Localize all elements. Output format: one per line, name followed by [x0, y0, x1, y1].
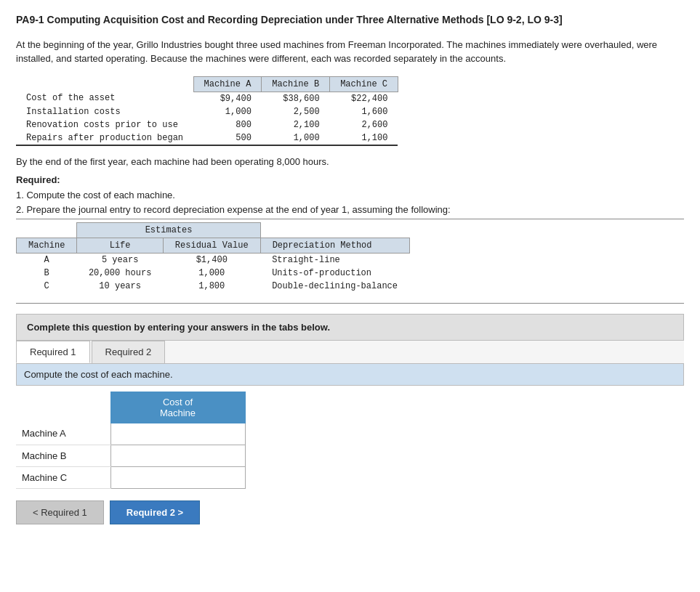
table-row: Installation costs 1,000 2,500 1,600 — [16, 105, 398, 118]
col-header-machine-c: Machine C — [330, 76, 398, 92]
next-button[interactable]: Required 2 > — [110, 500, 200, 524]
row-2-b: 2,100 — [262, 118, 330, 131]
estimates-group-header: Estimates — [77, 222, 260, 238]
row-1-a: 1,000 — [193, 105, 262, 118]
row-label-1: Installation costs — [16, 105, 193, 118]
col-header-machine-a: Machine A — [193, 76, 262, 92]
answer-label-0: Machine A — [16, 423, 110, 445]
machine-c-input[interactable] — [114, 471, 242, 484]
answer-col-header: Cost of Machine — [110, 392, 245, 423]
row-1-b: 2,500 — [262, 105, 330, 118]
table-empty-header — [16, 76, 193, 92]
answer-row-header-empty — [16, 392, 110, 423]
machine-a-input[interactable] — [114, 427, 242, 441]
table-row: Repairs after production began 500 1,000… — [16, 131, 398, 145]
row-label-0: Cost of the asset — [16, 92, 193, 105]
est-machine-2: C — [17, 280, 77, 293]
answer-cell-1[interactable] — [110, 445, 245, 466]
required-label: Required: — [16, 174, 684, 185]
est-life-2: 10 years — [77, 280, 163, 293]
empty-th2 — [260, 222, 409, 238]
item-1: 1. Compute the cost of each machine. — [16, 190, 684, 200]
estimates-table: Estimates Machine Life Residual Value De… — [16, 222, 410, 293]
col-life: Life — [77, 238, 163, 253]
col-residual: Residual Value — [163, 238, 260, 253]
page-title: PA9-1 Computing Acquisition Cost and Rec… — [16, 13, 684, 28]
answer-label-1: Machine B — [16, 445, 110, 466]
estimates-group-row: Estimates — [17, 222, 410, 238]
row-3-b: 1,000 — [262, 131, 330, 145]
table-row: Renovation costs prior to use 800 2,100 … — [16, 118, 398, 131]
estimates-row-0: A 5 years $1,400 Straight-line — [17, 253, 410, 267]
prev-button[interactable]: < Required 1 — [16, 500, 104, 524]
answer-table: Cost of Machine Machine A Machine B Mach… — [16, 392, 246, 489]
est-life-1: 20,000 hours — [77, 267, 163, 280]
nav-buttons: < Required 1 Required 2 > — [16, 500, 684, 524]
row-3-a: 500 — [193, 131, 262, 145]
answer-label-2: Machine C — [16, 466, 110, 488]
est-method-0: Straight-line — [260, 253, 409, 267]
row-3-c: 1,100 — [330, 131, 398, 145]
estimates-col-headers: Machine Life Residual Value Depreciation… — [17, 238, 410, 253]
answer-table-header-row: Cost of Machine — [16, 392, 245, 423]
row-1-c: 1,600 — [330, 105, 398, 118]
machine-cost-table: Machine A Machine B Machine C Cost of th… — [16, 76, 398, 146]
answer-row-0: Machine A — [16, 423, 245, 445]
row-2-a: 800 — [193, 118, 262, 131]
row-0-c: $22,400 — [330, 92, 398, 105]
answer-cell-0[interactable] — [110, 423, 245, 445]
operating-note: By the end of the first year, each machi… — [16, 156, 684, 167]
est-machine-0: A — [17, 253, 77, 267]
row-0-a: $9,400 — [193, 92, 262, 105]
estimates-container: Estimates Machine Life Residual Value De… — [16, 219, 684, 304]
tab-required-2[interactable]: Required 2 — [92, 341, 166, 363]
col-method: Depreciation Method — [260, 238, 409, 253]
estimates-row-1: B 20,000 hours 1,000 Units-of-production — [17, 267, 410, 280]
col-header-machine-b: Machine B — [262, 76, 330, 92]
item-2: 2. Prepare the journal entry to record d… — [16, 204, 684, 215]
empty-th — [17, 222, 77, 238]
answer-row-1: Machine B — [16, 445, 245, 466]
row-0-b: $38,600 — [262, 92, 330, 105]
est-method-1: Units-of-production — [260, 267, 409, 280]
machine-b-input[interactable] — [114, 449, 242, 463]
complete-banner: Complete this question by entering your … — [16, 314, 684, 341]
row-2-c: 2,600 — [330, 118, 398, 131]
col-machine: Machine — [17, 238, 77, 253]
answer-cell-2[interactable] — [110, 466, 245, 488]
est-residual-1: 1,000 — [163, 267, 260, 280]
estimates-row-2: C 10 years 1,800 Double-declining-balanc… — [17, 280, 410, 293]
est-residual-2: 1,800 — [163, 280, 260, 293]
intro-text: At the beginning of the year, Grillo Ind… — [16, 38, 684, 66]
est-machine-1: B — [17, 267, 77, 280]
est-method-2: Double-declining-balance — [260, 280, 409, 293]
est-life-0: 5 years — [77, 253, 163, 267]
row-label-3: Repairs after production began — [16, 131, 193, 145]
row-label-2: Renovation costs prior to use — [16, 118, 193, 131]
tabs-container: Required 1 Required 2 — [16, 341, 684, 364]
answer-row-2: Machine C — [16, 466, 245, 488]
compute-header: Compute the cost of each machine. — [16, 364, 684, 386]
table-row: Cost of the asset $9,400 $38,600 $22,400 — [16, 92, 398, 105]
tab-required-1[interactable]: Required 1 — [16, 341, 90, 363]
est-residual-0: $1,400 — [163, 253, 260, 267]
